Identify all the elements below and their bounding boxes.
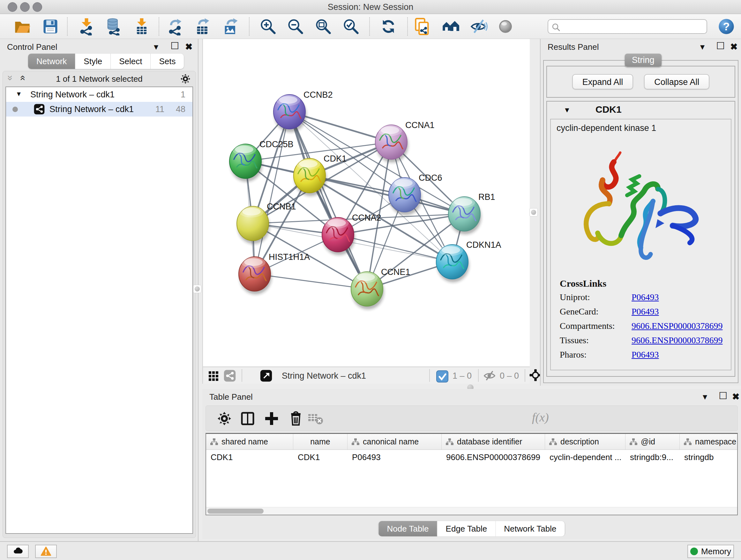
tab-sets[interactable]: Sets	[151, 54, 184, 69]
expand-all-button[interactable]: Expand All	[572, 74, 633, 89]
export-network-icon[interactable]	[166, 17, 184, 36]
right-splitter-handle[interactable]	[529, 208, 538, 216]
cloud-button[interactable]	[7, 545, 29, 558]
hide-selection-icon[interactable]	[470, 17, 488, 36]
tab-edge-table[interactable]: Edge Table	[437, 521, 496, 537]
search-input[interactable]	[563, 20, 703, 33]
network-row-selected[interactable]: String Network – cdk1 11 48	[6, 102, 192, 117]
tree-expand-icon[interactable]: ▼	[16, 90, 22, 98]
first-neighbors-icon[interactable]	[442, 17, 460, 36]
delete-column-icon[interactable]	[287, 410, 304, 427]
open-session-icon[interactable]	[13, 17, 31, 36]
search-box[interactable]	[548, 19, 707, 34]
zoom-out-icon[interactable]	[286, 17, 305, 36]
horizontal-scrollbar[interactable]	[206, 507, 737, 515]
column-header--id[interactable]: @id	[625, 434, 680, 449]
tab-node-table[interactable]: Node Table	[379, 521, 437, 537]
network-collection-row[interactable]: ▼ String Network – cdk1 1	[6, 87, 192, 102]
column-header-shared-name[interactable]: shared name	[206, 434, 293, 449]
table-tabs: Node Table Edge Table Network Table	[379, 521, 565, 536]
collapse-all-button[interactable]: Collapse All	[644, 74, 710, 89]
column-header-canonical-name[interactable]: canonical name	[347, 434, 442, 449]
table-cell[interactable]: P06493	[347, 450, 442, 465]
network-node-ccna1[interactable]	[375, 125, 408, 163]
tab-string[interactable]: String	[625, 54, 662, 67]
crosslink-row: Compartments:9606.ENSP00000378699	[560, 321, 731, 331]
show-all-icon[interactable]	[496, 17, 515, 36]
network-node-cdc6[interactable]	[389, 178, 421, 215]
table-cell[interactable]: CDK1	[206, 450, 293, 465]
export-table-icon[interactable]	[194, 17, 212, 36]
duplicate-page-icon[interactable]	[413, 17, 431, 36]
crosslink-link[interactable]: P06493	[631, 307, 659, 317]
table-cell[interactable]: CDK1	[293, 450, 347, 465]
tab-network[interactable]: Network	[28, 54, 75, 69]
column-header-name[interactable]: name	[293, 434, 347, 449]
tab-style[interactable]: Style	[75, 54, 111, 69]
tab-network-table[interactable]: Network Table	[495, 521, 564, 537]
network-node-cdkn1a[interactable]	[436, 245, 469, 282]
open-in-new-window-icon[interactable]	[260, 369, 273, 382]
section-expand-icon[interactable]: ▼	[563, 106, 570, 114]
left-splitter-handle[interactable]	[193, 285, 201, 293]
network-node-ccne1[interactable]	[351, 272, 384, 309]
panel-close-icon[interactable]: ✖	[730, 42, 738, 52]
network-node-ccnb1[interactable]	[237, 206, 270, 244]
refresh-icon[interactable]	[380, 17, 397, 36]
column-header-description[interactable]: description	[545, 434, 625, 449]
import-network-file-icon[interactable]	[77, 17, 95, 36]
zoom-selected-icon[interactable]	[342, 17, 360, 36]
zoom-in-icon[interactable]	[259, 17, 277, 36]
gene-section: ▼ CDK1 cyclin-dependent kinase 1	[546, 101, 735, 377]
table-cell[interactable]: stringdb:9...	[625, 450, 680, 465]
scrollbar-thumb[interactable]	[207, 509, 264, 514]
panel-close-icon[interactable]: ✖	[732, 391, 739, 402]
string-results-card: Expand All Collapse All ▼ CDK1 cyclin-de…	[543, 60, 738, 383]
table-cell[interactable]: 9606.ENSP00000378699	[442, 450, 545, 465]
table-cell[interactable]: cyclin-dependent ...	[545, 450, 625, 465]
network-node-cdk1[interactable]	[293, 159, 327, 196]
panel-close-icon[interactable]: ✖	[185, 42, 192, 52]
warnings-button[interactable]	[35, 545, 57, 558]
zoom-fit-icon[interactable]	[314, 17, 332, 36]
crosslink-link[interactable]: 9606.ENSP00000378699	[631, 321, 723, 331]
save-session-icon[interactable]	[42, 17, 59, 36]
gene-section-header[interactable]: ▼ CDK1	[547, 102, 735, 119]
help-icon[interactable]: ?	[718, 17, 735, 36]
network-node-ccnb2[interactable]	[273, 95, 307, 132]
column-header-namespace[interactable]: namespace	[680, 434, 738, 449]
import-network-database-icon[interactable]	[105, 17, 122, 36]
import-table-file-icon[interactable]	[133, 17, 151, 36]
panel-float-icon[interactable]: ☐	[719, 390, 727, 401]
node-label: CDK1	[324, 154, 347, 164]
panel-float-icon[interactable]: ☐	[716, 40, 725, 51]
tab-select[interactable]: Select	[111, 54, 151, 69]
table-cell[interactable]: stringdb	[680, 450, 738, 465]
panel-menu-icon[interactable]: ▾	[703, 391, 707, 402]
add-column-icon[interactable]	[263, 410, 280, 427]
selected-checkbox-icon[interactable]	[436, 370, 449, 383]
network-options-gear-icon[interactable]	[180, 73, 191, 84]
crosslink-link[interactable]: P06493	[631, 292, 659, 302]
network-canvas[interactable]: CCNB2CCNA1CDC25BCDK1CDC6RB1CCNB1CCNA2CDK…	[203, 39, 530, 367]
network-share-icon[interactable]	[223, 369, 236, 382]
export-image-icon[interactable]	[222, 17, 240, 36]
network-node-cdc25b[interactable]	[229, 144, 262, 182]
memory-button[interactable]: Memory	[687, 545, 734, 558]
network-node-ccna2[interactable]	[322, 217, 355, 255]
panel-menu-icon[interactable]: ▾	[154, 42, 158, 52]
crosslink-label: Compartments:	[560, 321, 631, 331]
table-settings-gear-icon[interactable]	[216, 410, 232, 427]
panel-menu-icon[interactable]: ▾	[700, 42, 704, 52]
column-header-database-identifier[interactable]: database identifier	[442, 434, 545, 449]
crosslink-link[interactable]: P06493	[631, 350, 659, 360]
network-node-rb1[interactable]	[448, 197, 481, 234]
crosslink-link[interactable]: 9606.ENSP00000378699	[631, 335, 723, 346]
show-columns-icon[interactable]	[239, 410, 256, 427]
table-row[interactable]: CDK1CDK1P064939606.ENSP00000378699cyclin…	[206, 450, 737, 465]
birds-eye-view-icon[interactable]	[207, 369, 220, 382]
network-node-hist1h1a[interactable]	[239, 257, 272, 294]
svg-text:?: ?	[723, 20, 730, 33]
toolbar-separator	[478, 369, 479, 382]
panel-float-icon[interactable]: ☐	[171, 40, 179, 51]
